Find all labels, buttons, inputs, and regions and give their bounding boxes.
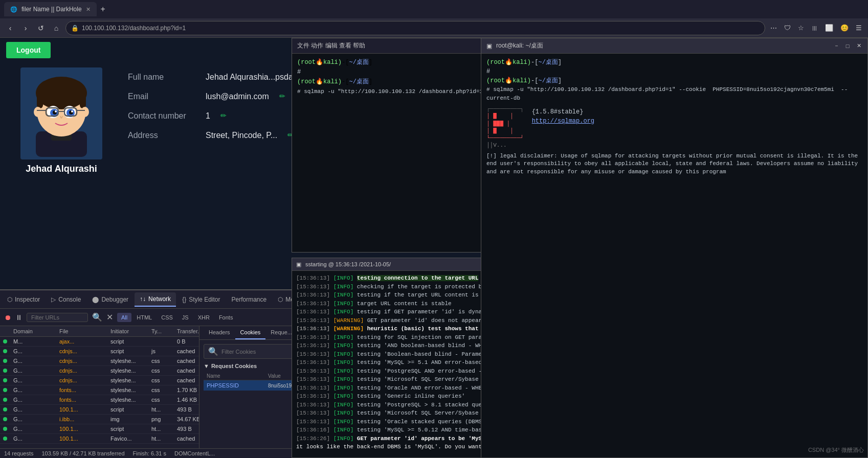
contact-value: 1 <box>206 111 210 121</box>
devtools-tab-debugger[interactable]: ⬤ Debugger <box>87 293 133 306</box>
maximize-button[interactable]: □ <box>844 42 851 50</box>
url-domain: 100.100.100.132 <box>82 25 128 32</box>
terminal-win-buttons: － □ ✕ <box>833 42 862 50</box>
address-bar[interactable]: 🔒 100.100.100.132/dashboard.php?id=1 <box>65 21 765 35</box>
col-type: Ty... <box>151 328 177 334</box>
address-label: Address <box>128 131 199 140</box>
sqlmap-version: {1.5.8#stable} <box>532 107 594 117</box>
network-icon: ↑↓ <box>140 295 146 303</box>
reload-button[interactable]: ↺ <box>35 22 47 34</box>
status-dot <box>3 339 13 344</box>
performance-label: Performance <box>232 296 267 303</box>
filter-urls-input[interactable] <box>27 313 88 322</box>
table-row[interactable]: G...cdnjs...styleshe...csscached0 B <box>0 366 199 376</box>
table-row[interactable]: G...fonts...styleshe...css1.46 KB1... <box>0 395 199 405</box>
overflow-button[interactable]: ⋯ <box>768 22 779 34</box>
browser-chrome: 🌐 filer Name || DarkHole ✕ + ‹ › ↺ ⌂ 🔒 1… <box>0 0 868 38</box>
main-area: Logout <box>0 38 868 458</box>
filter-search-icon[interactable]: 🔍 <box>92 312 102 322</box>
menu-button[interactable]: ☰ <box>854 22 864 34</box>
col-initiator: Initiator <box>110 328 151 334</box>
record-icon[interactable]: ⏺ <box>4 313 11 322</box>
filter-clear-icon[interactable]: ✕ <box>106 312 113 322</box>
table-row[interactable]: G...i.ibb...imgpng34.67 KB3... <box>0 415 199 424</box>
tab-favicon: 🌐 <box>10 6 17 13</box>
bookmark-icon[interactable]: ☆ <box>796 22 806 34</box>
email-value: lush@admin.com <box>206 92 269 101</box>
pause-icon[interactable]: ⏸ <box>15 313 23 322</box>
svg-point-15 <box>55 110 57 112</box>
sqlmap-ascii-art: ┌─────────┐ │ █ │ │ ███ │ │ █ │ └───────… <box>486 105 524 149</box>
email-label: Email <box>128 92 199 101</box>
session-title-left: ▣ sstarting @ 15:36:13 /2021-10-05/ <box>296 261 391 268</box>
inspector-label: Inspector <box>15 296 40 303</box>
profile-icon[interactable]: 😊 <box>838 22 851 34</box>
debugger-icon: ⬤ <box>92 296 99 303</box>
console-icon: ▷ <box>51 296 56 303</box>
close-button[interactable]: ✕ <box>855 42 862 50</box>
filter-js[interactable]: JS <box>178 313 193 322</box>
transfer: 0 B <box>177 338 199 345</box>
filter-html[interactable]: HTML <box>132 313 156 322</box>
table-row[interactable]: G...fonts...styleshe...css1.70 KB5... <box>0 385 199 395</box>
avatar-image <box>20 67 102 159</box>
filter-all[interactable]: All <box>117 313 131 322</box>
sqlmap-legal: [!] legal disclaimer: Usage of sqlmap fo… <box>486 152 862 176</box>
headers-tab[interactable]: Headers <box>204 326 235 339</box>
sqlmap-url[interactable]: http://sqlmap.org <box>532 117 594 126</box>
back-button[interactable]: ‹ <box>4 22 16 34</box>
terminal-icon: ▣ <box>486 42 492 50</box>
table-row[interactable]: G...cdnjs...scriptjscached0 B <box>0 347 199 356</box>
cookies-tab[interactable]: Cookies <box>235 326 266 339</box>
table-row[interactable]: M... ajax... script 0 B 0 B <box>0 337 199 347</box>
style-icon: {} <box>182 296 186 303</box>
contact-edit-icon[interactable]: ✏ <box>220 111 227 120</box>
col-file: File <box>59 328 110 334</box>
email-edit-icon[interactable]: ✏ <box>279 92 285 100</box>
security-icon: 🔒 <box>71 25 79 32</box>
col-status <box>3 328 13 334</box>
network-table-header: Domain File Initiator Ty... Transfer... … <box>0 326 199 337</box>
initiator: script <box>110 338 151 345</box>
devtools-tab-performance[interactable]: Performance <box>227 293 272 306</box>
svg-point-16 <box>71 110 73 112</box>
new-tab-button[interactable]: + <box>97 5 109 14</box>
filter-fonts[interactable]: Fonts <box>215 313 237 322</box>
minimize-button[interactable]: － <box>833 42 840 50</box>
avatar-area: Jehad Alqurashi <box>10 67 113 174</box>
terminal-hash1: # <box>486 67 862 76</box>
tab-close-button[interactable]: ✕ <box>86 6 91 13</box>
devtools-tab-inspector[interactable]: ⬡ Inspector <box>2 293 45 306</box>
avatar-name: Jehad Alqurashi <box>26 164 97 174</box>
avatar-svg <box>26 70 97 157</box>
shield-icon: 🛡 <box>782 22 793 34</box>
session-title: sstarting @ 15:36:13 /2021-10-05/ <box>305 261 391 267</box>
table-row[interactable]: G...cdnjs...styleshe...csscached19... <box>0 356 199 366</box>
devtools-tab-style[interactable]: {} Style Editor <box>177 293 225 306</box>
table-row[interactable]: G...100.1...scriptht...493 B27... <box>0 424 199 434</box>
browser-tab-active[interactable]: 🌐 filer Name || DarkHole ✕ <box>4 2 97 16</box>
terminal-title-left: ▣ root@kali: ~/桌面 <box>486 41 543 50</box>
bookmarks-button[interactable]: ⫼ <box>809 22 820 34</box>
network-table-body: M... ajax... script 0 B 0 B G...cdnjs...… <box>0 337 199 448</box>
inspector-icon: ⬡ <box>7 296 12 303</box>
devtools-tab-console[interactable]: ▷ Console <box>46 293 86 306</box>
forward-button[interactable]: › <box>19 22 32 34</box>
url-path: /dashboard.php?id=1 <box>128 25 186 32</box>
home-button[interactable]: ⌂ <box>50 22 62 34</box>
debugger-label: Debugger <box>101 296 128 303</box>
logout-button[interactable]: Logout <box>6 42 51 58</box>
table-row[interactable]: G...100.1...scriptht...493 B27... <box>0 405 199 415</box>
filter-css[interactable]: CSS <box>157 313 177 322</box>
table-row[interactable]: G...100.1...Favico...ht...cached27... <box>0 434 199 444</box>
contact-label: Contact number <box>128 111 199 121</box>
domain: M... <box>13 338 59 345</box>
sync-button[interactable]: ⬜ <box>823 22 835 34</box>
devtools-tab-network[interactable]: ↑↓ Network <box>135 292 176 307</box>
table-row[interactable]: G...cdnjs...styleshe...csscached3... <box>0 376 199 385</box>
filter-xhr[interactable]: XHR <box>194 313 214 322</box>
terminal-main: ▣ root@kali: ~/桌面 － □ ✕ (root🔥kali)-[~/桌… <box>481 38 868 458</box>
terminal-sqlmap-cmd: # sqlmap -u "http://100.100.100.132 /das… <box>486 85 862 102</box>
terminal-body: (root🔥kali)-[~/桌面] # (root🔥kali)-[~/桌面] … <box>481 54 867 454</box>
svg-rect-5 <box>37 93 43 108</box>
